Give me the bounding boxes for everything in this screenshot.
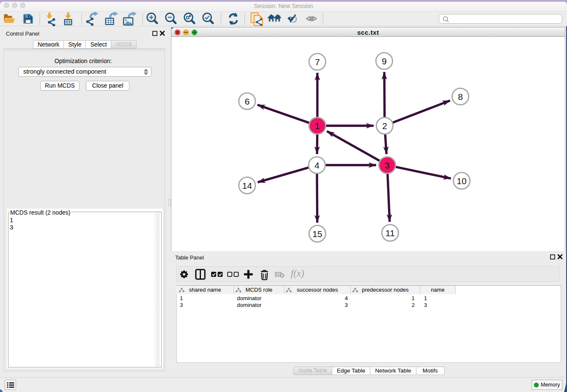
svg-text:8: 8: [458, 92, 463, 102]
svg-text:2: 2: [382, 121, 387, 131]
svg-text:9: 9: [382, 56, 387, 66]
svg-text:6: 6: [245, 97, 250, 106]
svg-text:10: 10: [457, 176, 466, 186]
svg-text:14: 14: [242, 181, 252, 190]
svg-text:1: 1: [315, 121, 320, 131]
svg-text:11: 11: [385, 228, 395, 238]
svg-text:7: 7: [315, 57, 320, 67]
svg-text:15: 15: [312, 229, 322, 239]
svg-text:3: 3: [385, 160, 390, 170]
svg-text:4: 4: [314, 160, 319, 170]
